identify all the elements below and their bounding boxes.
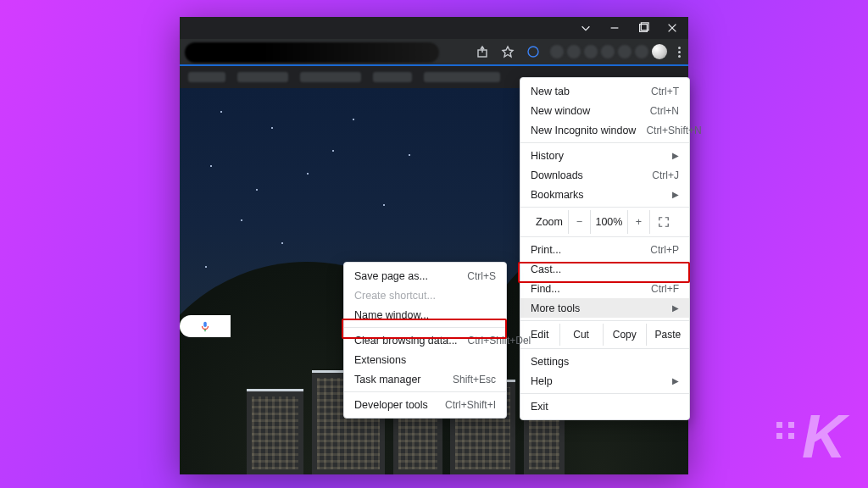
menu-label: New Incognito window	[531, 125, 636, 136]
submenu-item-save-page[interactable]: Save page as... Ctrl+S	[344, 266, 506, 286]
extension-blur-icon	[584, 45, 598, 58]
share-icon[interactable]	[474, 43, 491, 60]
svg-marker-7	[503, 47, 513, 57]
menu-item-bookmarks[interactable]: Bookmarks ▶	[520, 185, 689, 204]
extension-blur-icon	[567, 45, 581, 58]
menu-shortcut: Ctrl+J	[652, 169, 679, 181]
submenu-arrow-icon: ▶	[672, 190, 679, 199]
menu-item-new-window[interactable]: New window Ctrl+N	[520, 101, 689, 120]
menu-label: Settings	[531, 356, 679, 368]
menu-label: Help	[531, 375, 672, 387]
menu-shortcut: Shift+Esc	[453, 374, 496, 385]
menu-separator	[520, 320, 689, 321]
submenu-item-task-manager[interactable]: Task manager Shift+Esc	[344, 369, 506, 389]
menu-label: More tools	[531, 302, 672, 314]
menu-item-zoom: Zoom − 100% +	[520, 210, 689, 234]
submenu-item-developer-tools[interactable]: Developer tools Ctrl+Shift+I	[344, 395, 506, 414]
maximize-icon[interactable]	[636, 20, 651, 36]
watermark-letter: K	[802, 402, 843, 470]
menu-item-print[interactable]: Print... Ctrl+P	[520, 240, 689, 259]
edit-cut-button[interactable]: Cut	[559, 324, 603, 346]
edit-paste-button[interactable]: Paste	[646, 324, 689, 346]
menu-label: Save page as...	[354, 270, 457, 282]
menu-label: Create shortcut...	[354, 290, 496, 302]
menu-label: Zoom	[526, 216, 568, 228]
star-icon[interactable]	[499, 43, 516, 60]
menu-label: History	[531, 150, 672, 162]
menu-separator	[520, 207, 689, 208]
menu-item-help[interactable]: Help ▶	[520, 371, 689, 391]
window-titlebar	[180, 17, 688, 39]
voice-search-button[interactable]	[180, 315, 231, 337]
menu-item-history[interactable]: History ▶	[520, 146, 689, 165]
extension-icons	[550, 44, 667, 59]
menu-label: Extensions	[354, 354, 496, 366]
edit-copy-button[interactable]: Copy	[603, 324, 646, 346]
bookmark-blur[interactable]	[300, 72, 361, 82]
menu-item-downloads[interactable]: Downloads Ctrl+J	[520, 165, 689, 185]
extension-blur-icon	[635, 45, 648, 58]
menu-item-settings[interactable]: Settings	[520, 352, 689, 371]
watermark-dots-icon	[776, 422, 795, 439]
menu-shortcut: Ctrl+N	[650, 105, 679, 117]
address-bar-blurred[interactable]	[185, 42, 439, 63]
menu-separator	[520, 393, 689, 394]
menu-label: Print...	[531, 244, 640, 256]
menu-shortcut: Ctrl+T	[651, 86, 679, 97]
menu-separator	[344, 391, 506, 392]
bookmark-blur[interactable]	[373, 72, 412, 82]
menu-shortcut: Ctrl+S	[467, 270, 496, 282]
chevron-down-icon[interactable]	[578, 20, 593, 36]
menu-label: New window	[531, 105, 640, 117]
submenu-item-name-window[interactable]: Name window...	[344, 305, 506, 324]
menu-label: Developer tools	[354, 399, 435, 411]
menu-separator	[520, 236, 689, 237]
watermark-logo: K	[802, 402, 843, 471]
submenu-arrow-icon: ▶	[672, 151, 679, 160]
menu-label: Find...	[531, 283, 641, 295]
menu-item-new-incognito[interactable]: New Incognito window Ctrl+Shift+N	[520, 120, 689, 140]
menu-separator	[520, 142, 689, 143]
extension-blur-icon	[601, 45, 615, 58]
menu-label: Name window...	[354, 309, 496, 321]
menu-shortcut: Ctrl+Shift+Del	[468, 335, 531, 347]
menu-shortcut: Ctrl+F	[651, 283, 679, 295]
menu-label: Bookmarks	[531, 189, 672, 201]
bookmark-blur[interactable]	[188, 72, 225, 82]
bookmark-blur[interactable]	[237, 72, 288, 82]
menu-separator	[344, 327, 506, 328]
zoom-in-button[interactable]: +	[627, 210, 649, 234]
menu-item-cast[interactable]: Cast...	[520, 259, 689, 279]
menu-shortcut: Ctrl+Shift+N	[646, 125, 701, 136]
submenu-arrow-icon: ▶	[672, 376, 679, 385]
kebab-menu-icon[interactable]	[676, 44, 683, 60]
submenu-item-create-shortcut: Create shortcut...	[344, 286, 506, 305]
menu-label: Exit	[531, 401, 679, 413]
svg-point-8	[528, 47, 538, 57]
profile-avatar-icon[interactable]	[652, 44, 667, 59]
zoom-out-button[interactable]: −	[568, 210, 590, 234]
menu-label: Clear browsing data...	[354, 335, 458, 347]
menu-shortcut: Ctrl+P	[650, 244, 679, 256]
extension-blur-icon	[618, 45, 632, 58]
menu-label: Downloads	[531, 169, 642, 181]
menu-label: Task manager	[354, 374, 442, 385]
menu-shortcut: Ctrl+Shift+I	[445, 399, 496, 411]
fullscreen-icon[interactable]	[649, 210, 678, 234]
svg-rect-9	[203, 322, 207, 327]
menu-label: Cast...	[531, 263, 679, 275]
profile-ring-icon[interactable]	[525, 43, 542, 60]
close-icon[interactable]	[665, 20, 680, 36]
menu-item-edit: Edit Cut Copy Paste	[520, 324, 689, 346]
submenu-item-extensions[interactable]: Extensions	[344, 350, 506, 369]
submenu-arrow-icon: ▶	[672, 303, 679, 313]
menu-item-find[interactable]: Find... Ctrl+F	[520, 279, 689, 298]
minimize-icon[interactable]	[607, 20, 622, 36]
bookmark-blur[interactable]	[424, 72, 500, 82]
submenu-item-clear-browsing-data[interactable]: Clear browsing data... Ctrl+Shift+Del	[344, 330, 506, 350]
menu-item-exit[interactable]: Exit	[520, 396, 689, 416]
menu-item-more-tools[interactable]: More tools ▶	[520, 298, 689, 318]
menu-item-new-tab[interactable]: New tab Ctrl+T	[520, 81, 689, 101]
menu-label: New tab	[531, 86, 641, 97]
zoom-percent: 100%	[590, 210, 627, 234]
